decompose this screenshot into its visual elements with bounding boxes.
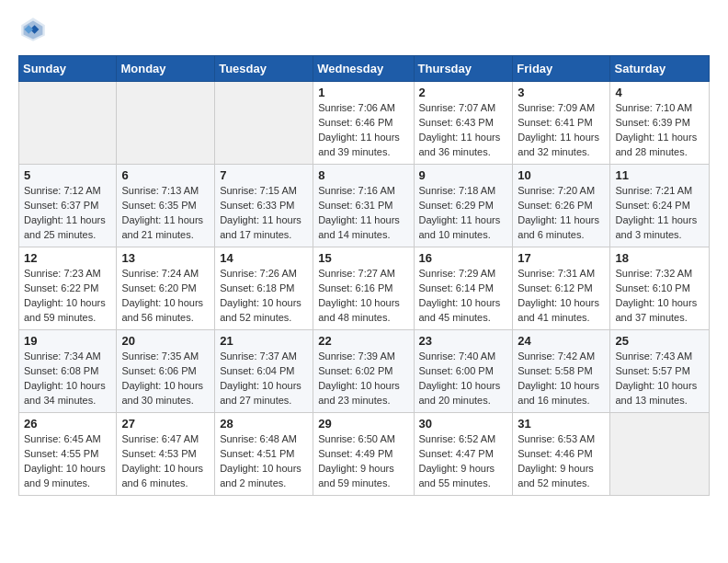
day-number: 15	[318, 251, 408, 265]
day-info: Sunrise: 7:32 AM Sunset: 6:10 PM Dayligh…	[615, 267, 704, 326]
week-row-4: 19Sunrise: 7:34 AM Sunset: 6:08 PM Dayli…	[19, 330, 710, 413]
day-number: 24	[518, 334, 605, 348]
day-number: 25	[615, 334, 704, 348]
calendar-cell: 16Sunrise: 7:29 AM Sunset: 6:14 PM Dayli…	[414, 247, 513, 330]
calendar-cell: 31Sunrise: 6:53 AM Sunset: 4:46 PM Dayli…	[513, 413, 610, 496]
day-number: 12	[24, 251, 111, 265]
day-info: Sunrise: 7:12 AM Sunset: 6:37 PM Dayligh…	[24, 184, 111, 243]
day-number: 1	[318, 86, 408, 99]
day-info: Sunrise: 6:45 AM Sunset: 4:55 PM Dayligh…	[24, 432, 111, 491]
weekday-header-tuesday: Tuesday	[215, 56, 313, 82]
calendar-cell: 8Sunrise: 7:16 AM Sunset: 6:31 PM Daylig…	[313, 165, 414, 247]
calendar-cell: 17Sunrise: 7:31 AM Sunset: 6:12 PM Dayli…	[513, 247, 610, 330]
day-info: Sunrise: 7:21 AM Sunset: 6:24 PM Dayligh…	[615, 184, 704, 243]
day-number: 18	[615, 251, 704, 265]
week-row-5: 26Sunrise: 6:45 AM Sunset: 4:55 PM Dayli…	[19, 413, 710, 496]
calendar-cell	[19, 82, 117, 165]
day-info: Sunrise: 6:53 AM Sunset: 4:46 PM Dayligh…	[518, 432, 605, 491]
logo-icon	[18, 15, 48, 44]
day-number: 27	[121, 417, 210, 431]
weekday-header-saturday: Saturday	[610, 56, 710, 82]
day-info: Sunrise: 7:43 AM Sunset: 5:57 PM Dayligh…	[615, 350, 704, 408]
day-info: Sunrise: 7:20 AM Sunset: 6:26 PM Dayligh…	[518, 184, 605, 243]
day-info: Sunrise: 7:18 AM Sunset: 6:29 PM Dayligh…	[419, 184, 508, 243]
weekday-header-monday: Monday	[117, 56, 215, 82]
day-info: Sunrise: 7:37 AM Sunset: 6:04 PM Dayligh…	[220, 350, 308, 408]
week-row-3: 12Sunrise: 7:23 AM Sunset: 6:22 PM Dayli…	[19, 247, 710, 330]
calendar-cell: 23Sunrise: 7:40 AM Sunset: 6:00 PM Dayli…	[414, 330, 513, 413]
day-number: 22	[318, 334, 408, 348]
day-number: 31	[518, 417, 605, 431]
calendar-cell: 14Sunrise: 7:26 AM Sunset: 6:18 PM Dayli…	[215, 247, 313, 330]
calendar-cell: 28Sunrise: 6:48 AM Sunset: 4:51 PM Dayli…	[215, 413, 313, 496]
calendar-cell	[610, 413, 710, 496]
calendar-cell: 11Sunrise: 7:21 AM Sunset: 6:24 PM Dayli…	[610, 165, 710, 247]
calendar-cell: 15Sunrise: 7:27 AM Sunset: 6:16 PM Dayli…	[313, 247, 414, 330]
day-info: Sunrise: 6:48 AM Sunset: 4:51 PM Dayligh…	[220, 432, 308, 491]
day-number: 19	[24, 334, 111, 348]
calendar-cell: 1Sunrise: 7:06 AM Sunset: 6:46 PM Daylig…	[313, 82, 414, 165]
day-number: 21	[220, 334, 308, 348]
day-info: Sunrise: 7:10 AM Sunset: 6:39 PM Dayligh…	[615, 101, 704, 160]
day-number: 11	[615, 168, 704, 182]
calendar-cell: 26Sunrise: 6:45 AM Sunset: 4:55 PM Dayli…	[19, 413, 117, 496]
calendar-cell: 19Sunrise: 7:34 AM Sunset: 6:08 PM Dayli…	[19, 330, 117, 413]
calendar-cell: 6Sunrise: 7:13 AM Sunset: 6:35 PM Daylig…	[117, 165, 215, 247]
day-number: 13	[121, 251, 210, 265]
day-number: 28	[220, 417, 308, 431]
day-number: 8	[318, 168, 408, 182]
calendar-cell: 10Sunrise: 7:20 AM Sunset: 6:26 PM Dayli…	[513, 165, 610, 247]
day-info: Sunrise: 7:34 AM Sunset: 6:08 PM Dayligh…	[24, 350, 111, 408]
day-info: Sunrise: 7:39 AM Sunset: 6:02 PM Dayligh…	[318, 350, 408, 408]
calendar-cell: 2Sunrise: 7:07 AM Sunset: 6:43 PM Daylig…	[414, 82, 513, 165]
calendar-cell	[215, 82, 313, 165]
day-info: Sunrise: 6:50 AM Sunset: 4:49 PM Dayligh…	[318, 432, 408, 491]
weekday-header-row: SundayMondayTuesdayWednesdayThursdayFrid…	[19, 56, 710, 82]
day-number: 23	[419, 334, 508, 348]
calendar-cell: 5Sunrise: 7:12 AM Sunset: 6:37 PM Daylig…	[19, 165, 117, 247]
calendar-cell: 7Sunrise: 7:15 AM Sunset: 6:33 PM Daylig…	[215, 165, 313, 247]
day-number: 17	[518, 251, 605, 265]
calendar-cell: 12Sunrise: 7:23 AM Sunset: 6:22 PM Dayli…	[19, 247, 117, 330]
day-number: 9	[419, 168, 508, 182]
day-number: 26	[24, 417, 111, 431]
day-info: Sunrise: 7:31 AM Sunset: 6:12 PM Dayligh…	[518, 267, 605, 326]
calendar-cell: 13Sunrise: 7:24 AM Sunset: 6:20 PM Dayli…	[117, 247, 215, 330]
week-row-2: 5Sunrise: 7:12 AM Sunset: 6:37 PM Daylig…	[19, 165, 710, 247]
day-number: 5	[24, 168, 111, 182]
logo	[18, 15, 51, 44]
calendar-cell: 29Sunrise: 6:50 AM Sunset: 4:49 PM Dayli…	[313, 413, 414, 496]
day-info: Sunrise: 7:29 AM Sunset: 6:14 PM Dayligh…	[419, 267, 508, 326]
day-number: 29	[318, 417, 408, 431]
calendar-cell: 4Sunrise: 7:10 AM Sunset: 6:39 PM Daylig…	[610, 82, 710, 165]
week-row-1: 1Sunrise: 7:06 AM Sunset: 6:46 PM Daylig…	[19, 82, 710, 165]
day-info: Sunrise: 7:27 AM Sunset: 6:16 PM Dayligh…	[318, 267, 408, 326]
page: SundayMondayTuesdayWednesdayThursdayFrid…	[0, 0, 728, 511]
header	[18, 15, 710, 44]
calendar-cell: 20Sunrise: 7:35 AM Sunset: 6:06 PM Dayli…	[117, 330, 215, 413]
day-number: 14	[220, 251, 308, 265]
day-info: Sunrise: 7:16 AM Sunset: 6:31 PM Dayligh…	[318, 184, 408, 243]
calendar-cell: 27Sunrise: 6:47 AM Sunset: 4:53 PM Dayli…	[117, 413, 215, 496]
day-info: Sunrise: 7:40 AM Sunset: 6:00 PM Dayligh…	[419, 350, 508, 408]
weekday-header-thursday: Thursday	[414, 56, 513, 82]
day-number: 7	[220, 168, 308, 182]
day-info: Sunrise: 7:35 AM Sunset: 6:06 PM Dayligh…	[121, 350, 210, 408]
day-number: 10	[518, 168, 605, 182]
day-info: Sunrise: 7:42 AM Sunset: 5:58 PM Dayligh…	[518, 350, 605, 408]
day-number: 20	[121, 334, 210, 348]
weekday-header-sunday: Sunday	[19, 56, 117, 82]
day-info: Sunrise: 6:52 AM Sunset: 4:47 PM Dayligh…	[419, 432, 508, 491]
calendar-table: SundayMondayTuesdayWednesdayThursdayFrid…	[18, 55, 710, 496]
day-number: 30	[419, 417, 508, 431]
day-info: Sunrise: 7:23 AM Sunset: 6:22 PM Dayligh…	[24, 267, 111, 326]
calendar-cell: 9Sunrise: 7:18 AM Sunset: 6:29 PM Daylig…	[414, 165, 513, 247]
day-info: Sunrise: 6:47 AM Sunset: 4:53 PM Dayligh…	[121, 432, 210, 491]
calendar-cell: 22Sunrise: 7:39 AM Sunset: 6:02 PM Dayli…	[313, 330, 414, 413]
day-info: Sunrise: 7:07 AM Sunset: 6:43 PM Dayligh…	[419, 101, 508, 160]
calendar-cell: 21Sunrise: 7:37 AM Sunset: 6:04 PM Dayli…	[215, 330, 313, 413]
weekday-header-wednesday: Wednesday	[313, 56, 414, 82]
weekday-header-friday: Friday	[513, 56, 610, 82]
day-info: Sunrise: 7:13 AM Sunset: 6:35 PM Dayligh…	[121, 184, 210, 243]
calendar-cell: 25Sunrise: 7:43 AM Sunset: 5:57 PM Dayli…	[610, 330, 710, 413]
